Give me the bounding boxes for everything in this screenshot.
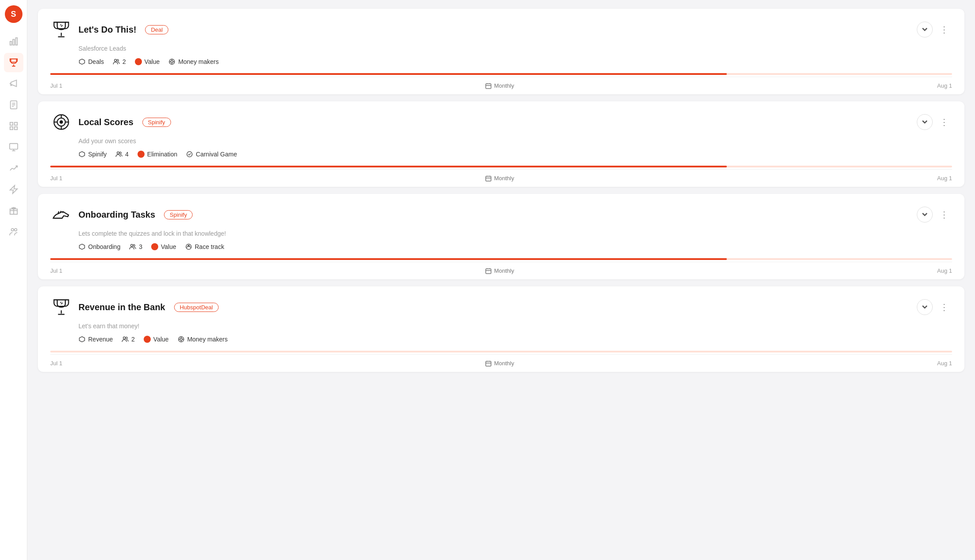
progress-bar-2 (50, 166, 727, 167)
card-tags-2: Spinify 4 Elimination Carnival Game (50, 151, 952, 158)
svg-point-16 (11, 229, 14, 231)
value-dot-1 (135, 58, 142, 65)
tag-visual-2: Carnival Game (186, 151, 237, 158)
card-footer-4: Jul 1 Monthly Aug 1 (50, 354, 952, 372)
card-title-2: Local Scores (78, 117, 134, 127)
card-badge-3: Spinify (164, 210, 193, 219)
card-badge-1: Deal (145, 25, 168, 34)
competition-card-1: Let's Do This! Deal ⋮ Salesforce Leads D… (38, 9, 964, 94)
sidebar-item-integrations[interactable] (4, 180, 23, 199)
start-date-4: Jul 1 (50, 360, 62, 367)
svg-rect-8 (14, 122, 17, 125)
tag-users-1: 2 (113, 58, 126, 65)
card-header-1: Let's Do This! Deal ⋮ (50, 19, 952, 41)
sidebar-item-reports[interactable] (4, 95, 23, 115)
main-content: Let's Do This! Deal ⋮ Salesforce Leads D… (27, 0, 975, 560)
frequency-3: Monthly (485, 267, 514, 274)
card-header-left-1: Let's Do This! Deal (50, 19, 168, 41)
svg-rect-10 (14, 127, 17, 130)
end-date-4: Aug 1 (937, 360, 952, 367)
frequency-1: Monthly (485, 82, 514, 89)
sidebar-item-campaigns[interactable] (4, 74, 23, 93)
card-subtitle-3: Lets complete the quizzes and lock in th… (50, 230, 952, 237)
card-header-left-3: Onboarding Tasks Spinify (50, 204, 193, 226)
card-footer-1: Jul 1 Monthly Aug 1 (50, 77, 952, 94)
collapse-button-4[interactable] (917, 299, 933, 315)
svg-rect-0 (10, 41, 11, 45)
card-header-left-2: Local Scores Spinify (50, 111, 171, 133)
card-title-group-2: Local Scores Spinify (78, 117, 171, 127)
card-subtitle-4: Let's earn that money! (50, 323, 952, 330)
trophy-icon-4 (50, 296, 72, 318)
svg-point-51 (133, 245, 135, 246)
tag-value-2: Elimination (138, 151, 177, 158)
sidebar-item-users[interactable] (4, 222, 23, 241)
card-tags-1: Deals 2 Value Money makers (50, 58, 952, 65)
svg-rect-11 (9, 144, 17, 149)
sidebar-item-competitions[interactable] (4, 53, 23, 72)
tag-visual-1: Money makers (168, 58, 219, 65)
svg-rect-1 (13, 39, 15, 45)
collapse-button-3[interactable] (917, 207, 933, 223)
svg-rect-2 (15, 38, 17, 45)
svg-point-63 (126, 337, 127, 339)
svg-point-23 (117, 59, 119, 61)
sidebar-item-trends[interactable] (4, 159, 23, 178)
card-badge-4: HubspotDeal (174, 303, 219, 312)
end-date-1: Aug 1 (937, 82, 952, 89)
tag-users-2: 4 (115, 151, 129, 158)
svg-marker-49 (79, 244, 85, 249)
trophy-icon-1 (50, 19, 72, 41)
card-header-4: Revenue in the Bank HubspotDeal ⋮ (50, 296, 952, 318)
sidebar: S (0, 0, 27, 560)
progress-bar-container-4 (50, 351, 952, 352)
svg-point-36 (60, 121, 63, 123)
more-options-button-4[interactable]: ⋮ (936, 299, 952, 315)
more-options-button-2[interactable]: ⋮ (936, 114, 952, 130)
tag-value-3: Value (151, 243, 176, 250)
sidebar-item-boards[interactable] (4, 116, 23, 136)
value-dot-4 (144, 336, 151, 343)
svg-rect-70 (486, 361, 491, 366)
card-tags-3: Onboarding 3 Value Race track (50, 243, 952, 250)
svg-rect-9 (10, 127, 12, 130)
svg-rect-7 (10, 122, 12, 125)
competition-card-3: Onboarding Tasks Spinify ⋮ Lets complete… (38, 194, 964, 279)
card-controls-2: ⋮ (917, 114, 952, 130)
progress-bar-container-3 (50, 258, 952, 260)
card-subtitle-2: Add your own scores (50, 137, 952, 145)
value-dot-2 (138, 151, 145, 158)
card-footer-2: Jul 1 Monthly Aug 1 (50, 169, 952, 187)
tag-value-1: Value (135, 58, 160, 65)
svg-marker-41 (79, 152, 85, 157)
more-options-button-3[interactable]: ⋮ (936, 207, 952, 223)
tag-visual-4: Money makers (178, 336, 228, 343)
start-date-3: Jul 1 (50, 267, 62, 274)
progress-bar-container-1 (50, 73, 952, 75)
app-logo[interactable]: S (5, 5, 22, 23)
sidebar-item-rewards[interactable] (4, 201, 23, 220)
tag-visual-3: Race track (185, 243, 224, 250)
card-title-3: Onboarding Tasks (78, 210, 155, 220)
competition-card-4: Revenue in the Bank HubspotDeal ⋮ Let's … (38, 286, 964, 372)
card-controls-3: ⋮ (917, 207, 952, 223)
tag-value-4: Value (144, 336, 169, 343)
tag-metric-2: Spinify (78, 151, 107, 158)
tag-metric-1: Deals (78, 58, 104, 65)
frequency-2: Monthly (485, 175, 514, 182)
tag-metric-3: Onboarding (78, 243, 120, 250)
collapse-button-1[interactable] (917, 22, 933, 37)
end-date-3: Aug 1 (937, 267, 952, 274)
card-subtitle-1: Salesforce Leads (50, 45, 952, 52)
svg-rect-45 (486, 176, 491, 181)
card-title-4: Revenue in the Bank (78, 302, 165, 312)
svg-point-22 (114, 59, 116, 62)
sidebar-item-display[interactable] (4, 137, 23, 157)
collapse-button-2[interactable] (917, 114, 933, 130)
progress-bar-3 (50, 258, 727, 260)
svg-point-50 (131, 245, 133, 247)
sidebar-item-analytics[interactable] (4, 32, 23, 51)
more-options-button-1[interactable]: ⋮ (936, 22, 952, 37)
card-title-group-3: Onboarding Tasks Spinify (78, 210, 193, 220)
svg-point-62 (123, 337, 126, 339)
